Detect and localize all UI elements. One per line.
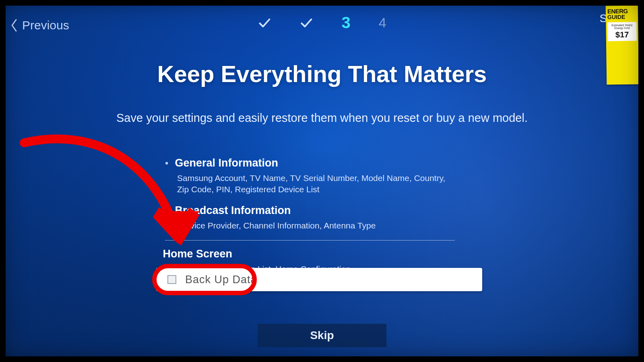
item-title: Broadcast Information: [175, 204, 291, 217]
step-4-number: 4: [379, 15, 386, 31]
item-desc: Samsung Account, TV Name, TV Serial Numb…: [177, 173, 455, 195]
step-1-check-icon: [258, 16, 271, 30]
energy-guide-sticker: ENERG GUIDE Estimated YearlyEnergy Cost …: [606, 5, 639, 84]
chevron-left-icon: [10, 19, 18, 32]
divider: [165, 240, 455, 241]
sticker-price: $17: [608, 30, 636, 40]
bullet-icon: •: [165, 206, 168, 216]
skip-button[interactable]: Skip: [258, 324, 386, 347]
skip-label: Skip: [310, 329, 334, 342]
sticker-subheader: GUIDE: [607, 14, 636, 20]
item-title: General Information: [175, 157, 278, 169]
back-up-data-label: Back Up Data: [185, 274, 257, 286]
previous-label: Previous: [22, 19, 69, 32]
sticker-box: Estimated YearlyEnergy Cost $17: [607, 22, 637, 41]
list-item: • Broadcast Information Service Provider…: [165, 204, 455, 231]
checkbox-icon: [167, 275, 176, 284]
list-item: • General Information Samsung Account, T…: [165, 157, 455, 195]
item-title: Home Screen: [163, 248, 232, 260]
bullet-icon: •: [165, 158, 168, 168]
page-title: Keep Everything That Matters: [0, 60, 644, 87]
info-list: • General Information Samsung Account, T…: [165, 157, 455, 284]
step-3-number: 3: [341, 14, 350, 32]
step-indicator: 3 4: [258, 14, 386, 32]
previous-button[interactable]: Previous: [10, 19, 69, 32]
item-desc: Service Provider, Channel Information, A…: [177, 220, 455, 231]
back-up-data-button[interactable]: Back Up Data: [156, 268, 482, 291]
page-subtitle: Save your settings and easily restore th…: [0, 111, 644, 125]
step-2-check-icon: [299, 16, 313, 30]
